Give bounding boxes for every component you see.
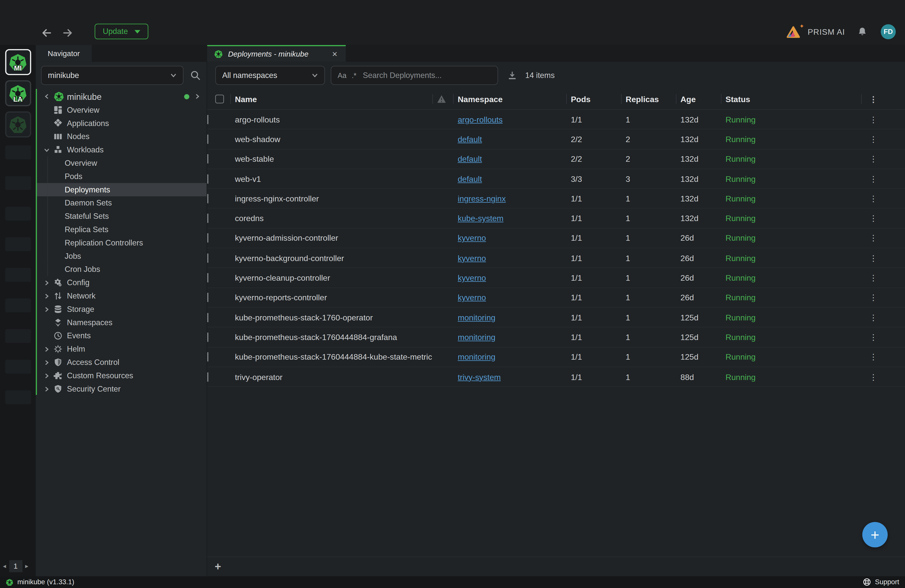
sidebar-item-namespaces[interactable]: Namespaces: [36, 316, 206, 329]
create-resource-fab[interactable]: +: [862, 522, 888, 547]
close-icon[interactable]: ✕: [330, 49, 339, 59]
row-menu-button[interactable]: ⋮: [861, 194, 877, 203]
row-checkbox[interactable]: [207, 194, 208, 203]
sidebar-item-config[interactable]: Config: [36, 276, 206, 289]
kebab-menu-icon[interactable]: ⋮: [866, 95, 877, 103]
sidebar-item-applications[interactable]: Applications: [36, 117, 206, 130]
namespace-link[interactable]: monitoring: [458, 313, 495, 322]
namespace-link[interactable]: kyverno: [458, 253, 486, 262]
sidebar-item-stateful-sets[interactable]: Stateful Sets: [36, 210, 206, 223]
row-checkbox[interactable]: [207, 154, 208, 164]
table-row[interactable]: web-stabledefault2/22132dRunning⋮: [207, 149, 905, 169]
chevron-right-icon[interactable]: [44, 373, 54, 378]
chevron-right-icon[interactable]: [44, 386, 54, 392]
chevron-right-icon[interactable]: [44, 346, 54, 352]
chevron-right-icon[interactable]: [44, 280, 54, 286]
column-header-pods[interactable]: Pods: [566, 89, 621, 109]
sidebar-item-cron-jobs[interactable]: Cron Jobs: [36, 263, 206, 276]
forward-arrow-icon[interactable]: [61, 27, 74, 40]
row-menu-button[interactable]: ⋮: [861, 313, 877, 322]
row-menu-button[interactable]: ⋮: [861, 372, 877, 381]
table-row[interactable]: kyverno-background-controllerkyverno1/11…: [207, 248, 905, 268]
sidebar-item-access-control[interactable]: Access Control: [36, 356, 206, 369]
namespace-filter-select[interactable]: All namespaces: [215, 66, 325, 85]
chevron-right-icon[interactable]: [44, 293, 54, 299]
row-menu-button[interactable]: ⋮: [861, 332, 877, 342]
sidebar-item-helm[interactable]: Helm: [36, 342, 206, 356]
row-menu-button[interactable]: ⋮: [861, 154, 877, 164]
namespace-link[interactable]: kube-system: [458, 214, 503, 223]
row-menu-button[interactable]: ⋮: [861, 214, 877, 223]
sidebar-item-minikube[interactable]: minikube: [36, 89, 206, 103]
row-checkbox[interactable]: [207, 352, 208, 362]
table-row[interactable]: kube-prometheus-stack-1760-operatormonit…: [207, 308, 905, 328]
namespace-link[interactable]: argo-rollouts: [458, 115, 503, 124]
page-number[interactable]: 1: [9, 560, 22, 572]
sidebar-item-daemon-sets[interactable]: Daemon Sets: [36, 196, 206, 210]
tab-navigator[interactable]: Navigator: [36, 45, 92, 62]
cluster-select[interactable]: minikube: [41, 66, 184, 85]
sidebar-item-jobs[interactable]: Jobs: [36, 250, 206, 263]
match-case-toggle[interactable]: Aa: [338, 72, 346, 79]
namespace-link[interactable]: trivy-system: [458, 372, 501, 381]
table-row[interactable]: kyverno-cleanup-controllerkyverno1/1126d…: [207, 268, 905, 288]
table-row[interactable]: kyverno-admission-controllerkyverno1/112…: [207, 229, 905, 248]
row-checkbox[interactable]: [207, 253, 208, 262]
table-row[interactable]: argo-rolloutsargo-rollouts1/11132dRunnin…: [207, 110, 905, 130]
namespace-link[interactable]: kyverno: [458, 273, 486, 283]
support-link[interactable]: Support: [875, 578, 899, 586]
row-menu-button[interactable]: ⋮: [861, 115, 877, 124]
table-row[interactable]: web-shadowdefault2/22132dRunning⋮: [207, 130, 905, 149]
namespace-link[interactable]: kyverno: [458, 293, 486, 302]
column-header-age[interactable]: Age: [676, 89, 721, 109]
row-checkbox[interactable]: [207, 234, 208, 243]
sidebar-item-workloads[interactable]: Workloads: [36, 143, 206, 156]
row-checkbox[interactable]: [207, 135, 208, 144]
search-input[interactable]: [362, 70, 491, 80]
row-checkbox[interactable]: [207, 174, 208, 183]
column-header-name[interactable]: Name: [230, 89, 432, 109]
sidebar-item-overview[interactable]: Overview: [36, 103, 206, 117]
sidebar-item-replication-controllers[interactable]: Replication Controllers: [36, 236, 206, 250]
sidebar-item-nodes[interactable]: Nodes: [36, 130, 206, 143]
chevron-down-icon[interactable]: [44, 147, 54, 153]
back-arrow-icon[interactable]: [40, 27, 53, 40]
row-checkbox[interactable]: [207, 214, 208, 223]
download-icon[interactable]: [507, 70, 517, 80]
regex-toggle[interactable]: .*: [352, 72, 356, 79]
row-menu-button[interactable]: ⋮: [861, 234, 877, 243]
column-header-replicas[interactable]: Replicas: [621, 89, 676, 109]
user-avatar[interactable]: FD: [881, 24, 896, 39]
tab-deployments-minikube[interactable]: Deployments - minikube ✕: [207, 45, 346, 62]
row-menu-button[interactable]: ⋮: [861, 253, 877, 262]
chevron-right-icon[interactable]: [44, 359, 54, 365]
row-checkbox[interactable]: [207, 293, 208, 302]
namespace-link[interactable]: monitoring: [458, 352, 495, 362]
table-row[interactable]: trivy-operatortrivy-system1/1188dRunning…: [207, 367, 905, 387]
sidebar-item-custom-resources[interactable]: Custom Resources: [36, 369, 206, 382]
row-checkbox[interactable]: [207, 313, 208, 322]
column-header-namespace[interactable]: Namespace: [453, 89, 566, 109]
row-menu-button[interactable]: ⋮: [861, 174, 877, 183]
namespace-link[interactable]: ingress-nginx: [458, 194, 506, 203]
sidebar-item-events[interactable]: Events: [36, 329, 206, 343]
chevron-left-icon[interactable]: [44, 94, 54, 99]
namespace-link[interactable]: kyverno: [458, 234, 486, 243]
chevron-right-icon[interactable]: [195, 94, 200, 99]
update-button[interactable]: Update: [95, 24, 148, 39]
row-checkbox[interactable]: [207, 372, 208, 381]
row-checkbox[interactable]: [207, 273, 208, 283]
sidebar-item-deployments[interactable]: Deployments: [36, 183, 206, 196]
table-row[interactable]: web-v1default3/33132dRunning⋮: [207, 169, 905, 189]
add-tab-button[interactable]: +: [215, 561, 221, 572]
cluster-tile-la[interactable]: LA: [5, 80, 31, 106]
row-checkbox[interactable]: [207, 332, 208, 342]
page-next-icon[interactable]: ▸: [25, 563, 29, 570]
namespace-link[interactable]: default: [458, 174, 482, 183]
namespace-link[interactable]: default: [458, 154, 482, 164]
sidebar-item-security-center[interactable]: Security Center: [36, 382, 206, 396]
namespace-link[interactable]: monitoring: [458, 332, 495, 342]
notifications-bell-icon[interactable]: [857, 27, 867, 37]
table-row[interactable]: kube-prometheus-stack-1760444884-kube-st…: [207, 347, 905, 367]
row-menu-button[interactable]: ⋮: [861, 352, 877, 362]
